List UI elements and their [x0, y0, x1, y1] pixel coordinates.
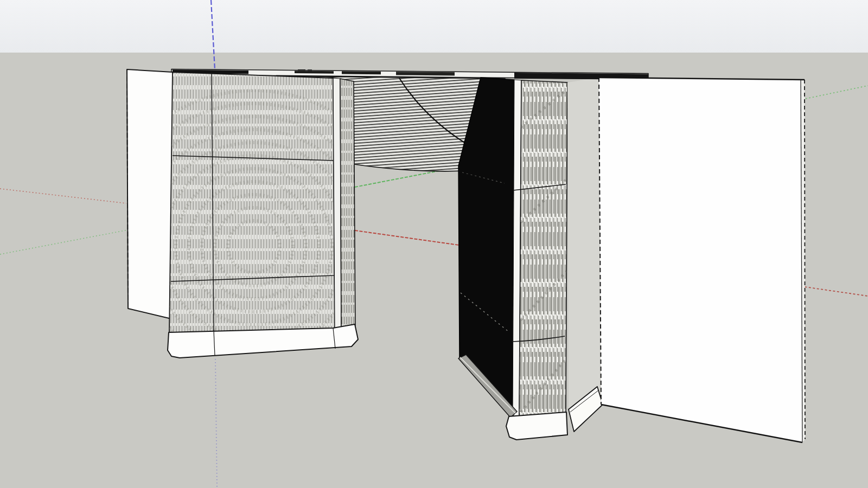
sky [0, 0, 868, 53]
right-panel-face[interactable] [599, 78, 802, 442]
left-pier-side-face[interactable] [340, 79, 355, 331]
left-panel-face[interactable] [127, 69, 174, 319]
slab-notch-detail [298, 69, 305, 71]
right-pier-plinth[interactable] [506, 412, 567, 440]
slab-dark-detail [295, 71, 334, 74]
left-pier-fluted-face[interactable] [169, 72, 335, 333]
panel-gap-shade [567, 78, 601, 410]
left-backdrop-panel[interactable] [127, 69, 174, 319]
slab-dark-detail [396, 72, 455, 75]
slab-notch-detail [308, 69, 312, 70]
right-backdrop-panel[interactable] [599, 78, 805, 442]
slab-dark-detail [342, 71, 381, 74]
modeling-viewport[interactable] [0, 0, 868, 488]
